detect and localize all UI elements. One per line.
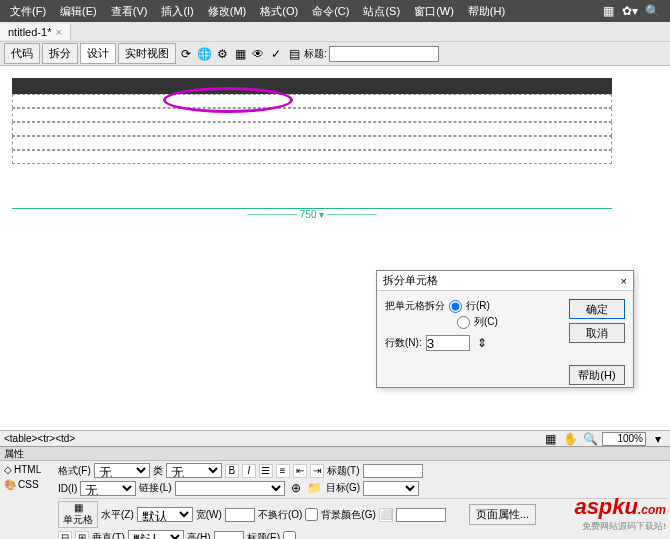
table-row[interactable]: [12, 78, 612, 94]
menu-help[interactable]: 帮助(H): [462, 4, 511, 19]
horiz-select[interactable]: 默认: [137, 507, 193, 522]
ul-icon[interactable]: ☰: [259, 464, 273, 478]
sync-icon[interactable]: ⚙: [214, 46, 230, 62]
ol-icon[interactable]: ≡: [276, 464, 290, 478]
ok-button[interactable]: 确定: [569, 299, 625, 319]
num-rows-label: 行数(N):: [385, 336, 422, 350]
class-select[interactable]: 无: [166, 463, 222, 478]
dialog-titlebar[interactable]: 拆分单元格 ×: [377, 271, 633, 291]
table-row[interactable]: [12, 94, 612, 108]
stepper-icon[interactable]: ⇕: [474, 335, 490, 351]
cancel-button[interactable]: 取消: [569, 323, 625, 343]
table-row[interactable]: [12, 136, 612, 150]
height-input[interactable]: [214, 531, 244, 540]
refresh-icon[interactable]: ⟳: [178, 46, 194, 62]
design-canvas[interactable]: ─────── 750 ▾ ─────── 拆分单元格 × 把单元格拆分 行(R…: [0, 66, 670, 426]
layout-icon[interactable]: ▦: [600, 3, 616, 19]
split-cell-dialog: 拆分单元格 × 把单元格拆分 行(R) 列(C) 行数(N): ⇕: [376, 270, 634, 388]
zoom-tool-icon[interactable]: 🔍: [582, 431, 598, 447]
split-into-label: 把单元格拆分: [385, 299, 445, 313]
menu-modify[interactable]: 修改(M): [202, 4, 253, 19]
help-button[interactable]: 帮助(H): [569, 365, 625, 385]
inspect-icon[interactable]: 👁: [250, 46, 266, 62]
class-label: 类: [153, 464, 163, 478]
view-toolbar: 代码 拆分 设计 实时视图 ⟳ 🌐 ⚙ ▦ 👁 ✓ ▤ 标题:: [0, 42, 670, 66]
link-label: 链接(L): [139, 481, 171, 495]
width-ruler: ─────── 750 ▾ ───────: [12, 208, 612, 218]
table-preview[interactable]: [12, 78, 612, 164]
vert-select[interactable]: 默认: [128, 530, 184, 539]
italic-icon[interactable]: I: [242, 464, 256, 478]
css-tab[interactable]: 🎨CSS: [2, 478, 54, 491]
menu-view[interactable]: 查看(V): [105, 4, 154, 19]
html-tab[interactable]: ◇HTML: [2, 463, 54, 476]
menu-site[interactable]: 站点(S): [357, 4, 406, 19]
nowrap-checkbox[interactable]: [305, 508, 318, 521]
bgcolor-input[interactable]: [396, 508, 446, 522]
check-icon[interactable]: ✓: [268, 46, 284, 62]
cols-radio[interactable]: [457, 316, 470, 329]
width-input[interactable]: [225, 508, 255, 522]
globe-icon[interactable]: 🌐: [196, 46, 212, 62]
tag-path[interactable]: <table><tr><td>: [4, 433, 75, 444]
code-view-button[interactable]: 代码: [4, 43, 40, 64]
split-icon[interactable]: ⊞: [75, 531, 89, 540]
hand-tool-icon[interactable]: ✋: [562, 431, 578, 447]
header-checkbox[interactable]: [283, 531, 296, 539]
num-rows-input[interactable]: [426, 335, 470, 351]
table-row[interactable]: [12, 122, 612, 136]
bold-icon[interactable]: B: [225, 464, 239, 478]
outdent-icon[interactable]: ⇤: [293, 464, 307, 478]
page-title-input[interactable]: [329, 46, 439, 62]
watermark: aspku.com 免费网站源码下载站!: [574, 494, 666, 533]
menu-format[interactable]: 格式(O): [254, 4, 304, 19]
document-tab-bar: ntitled-1* ×: [0, 22, 670, 42]
zoom-input[interactable]: [602, 432, 646, 446]
format-select[interactable]: 无: [94, 463, 150, 478]
cols-radio-label: 列(C): [474, 315, 498, 329]
cell-icon[interactable]: ▦单元格: [58, 501, 98, 528]
id-select[interactable]: 无: [80, 481, 136, 496]
menu-edit[interactable]: 编辑(E): [54, 4, 103, 19]
split-view-button[interactable]: 拆分: [42, 43, 78, 64]
color-swatch[interactable]: ⬜: [379, 508, 393, 522]
options-icon[interactable]: ▤: [286, 46, 302, 62]
horiz-label: 水平(Z): [101, 508, 134, 522]
table-row[interactable]: [12, 150, 612, 164]
search-icon[interactable]: 🔍: [644, 3, 660, 19]
tag-selector-bar: <table><tr><td> ▦ ✋ 🔍 ▾: [0, 430, 670, 446]
bgcolor-label: 背景颜色(G): [321, 508, 375, 522]
point-to-file-icon[interactable]: ⊕: [288, 480, 304, 496]
format-label: 格式(F): [58, 464, 91, 478]
close-tab-icon[interactable]: ×: [55, 26, 61, 38]
live-view-button[interactable]: 实时视图: [118, 43, 176, 64]
title-attr-input[interactable]: [363, 464, 423, 478]
select-tool-icon[interactable]: ▦: [542, 431, 558, 447]
header-label: 标题(E): [247, 531, 280, 540]
browse-icon[interactable]: 📁: [307, 480, 323, 496]
width-label: 宽(W): [196, 508, 222, 522]
page-props-button[interactable]: 页面属性...: [469, 504, 536, 525]
settings-icon[interactable]: ✿▾: [622, 3, 638, 19]
table-row[interactable]: [12, 108, 612, 122]
menu-bar: 文件(F) 编辑(E) 查看(V) 插入(I) 修改(M) 格式(O) 命令(C…: [0, 0, 670, 22]
target-select[interactable]: [363, 481, 419, 496]
dialog-close-icon[interactable]: ×: [621, 275, 627, 287]
rows-radio[interactable]: [449, 300, 462, 313]
chevron-down-icon[interactable]: ▾: [650, 431, 666, 447]
title-attr-label: 标题(T): [327, 464, 360, 478]
height-label: 高(H): [187, 531, 211, 540]
properties-title: 属性: [0, 447, 670, 461]
link-select[interactable]: [175, 481, 285, 496]
target-label: 目标(G): [326, 481, 360, 495]
menu-insert[interactable]: 插入(I): [155, 4, 199, 19]
nowrap-label: 不换行(O): [258, 508, 302, 522]
menu-commands[interactable]: 命令(C): [306, 4, 355, 19]
document-tab[interactable]: ntitled-1* ×: [0, 24, 71, 40]
indent-icon[interactable]: ⇥: [310, 464, 324, 478]
menu-file[interactable]: 文件(F): [4, 4, 52, 19]
visual-aids-icon[interactable]: ▦: [232, 46, 248, 62]
design-view-button[interactable]: 设计: [80, 43, 116, 64]
menu-window[interactable]: 窗口(W): [408, 4, 460, 19]
merge-icon[interactable]: ⊟: [58, 531, 72, 540]
